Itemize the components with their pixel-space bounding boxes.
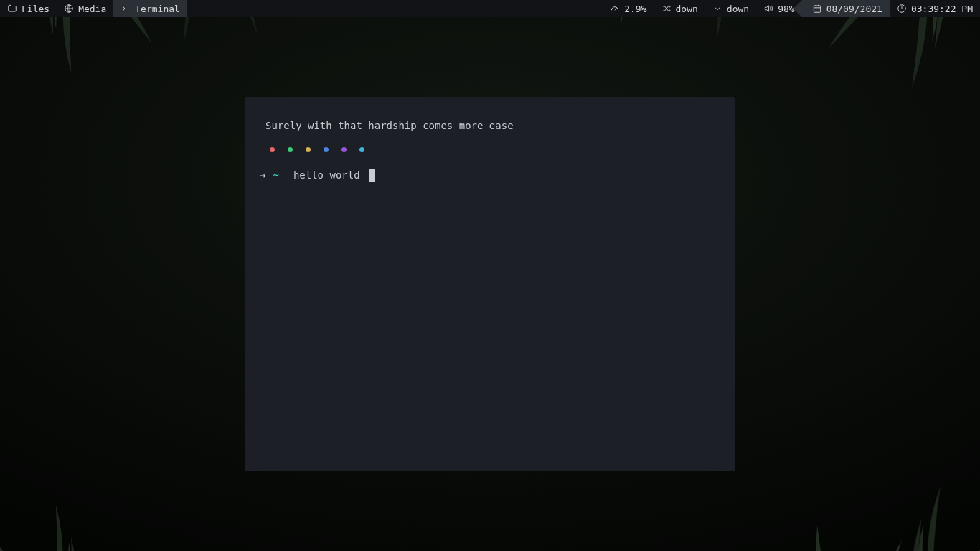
workspace-label: Terminal	[135, 4, 180, 14]
cpu-status[interactable]: 2.9%	[603, 0, 654, 17]
time-value: 03:39:22 PM	[911, 4, 973, 14]
prompt-arrow-icon: →	[260, 168, 265, 184]
network-up-status[interactable]: down	[654, 0, 705, 17]
calendar-icon	[812, 4, 822, 14]
palette-dot	[288, 147, 293, 152]
prompt-cwd: ~	[273, 168, 278, 184]
clock-icon	[897, 4, 907, 14]
workspace-media[interactable]: Media	[57, 0, 113, 17]
palette-dot	[270, 147, 275, 152]
workspace-terminal[interactable]: Terminal	[113, 0, 187, 17]
palette-dot	[324, 147, 329, 152]
palette-dot	[306, 147, 311, 152]
volume-value: 98%	[778, 4, 794, 14]
terminal-icon	[121, 4, 131, 14]
terminal-prompt-line[interactable]: → ~ hello world	[260, 168, 720, 184]
status-group: 2.9% down down 98% 08/09/2021 03:39:22 P…	[603, 0, 980, 17]
terminal-color-palette	[270, 147, 720, 152]
workspace-label: Files	[22, 4, 50, 14]
workspace-files[interactable]: Files	[0, 0, 57, 17]
date-value: 08/09/2021	[826, 4, 882, 14]
terminal-motd: Surely with that hardship comes more eas…	[265, 118, 720, 134]
terminal-window[interactable]: Surely with that hardship comes more eas…	[245, 97, 735, 471]
network-down-status[interactable]: down	[705, 0, 756, 17]
network-up-value: down	[676, 4, 698, 14]
palette-dot	[359, 147, 364, 152]
time-status[interactable]: 03:39:22 PM	[890, 0, 980, 17]
workspace-label: Media	[78, 4, 106, 14]
gauge-icon	[610, 4, 620, 14]
palette-dot	[341, 147, 347, 152]
prompt-command: hello world	[293, 168, 360, 184]
svg-rect-1	[814, 6, 820, 12]
chevron-down-icon	[712, 4, 722, 14]
cpu-value: 2.9%	[624, 4, 646, 14]
shuffle-icon	[661, 4, 672, 14]
terminal-cursor	[369, 169, 375, 182]
date-status[interactable]: 08/09/2021	[802, 0, 890, 17]
topbar: Files Media Terminal 2.9% down down 98%	[0, 0, 980, 17]
folder-icon	[7, 4, 17, 14]
volume-icon	[763, 4, 773, 14]
workspace-list: Files Media Terminal	[0, 0, 187, 17]
network-down-value: down	[727, 4, 749, 14]
globe-icon	[64, 4, 74, 14]
